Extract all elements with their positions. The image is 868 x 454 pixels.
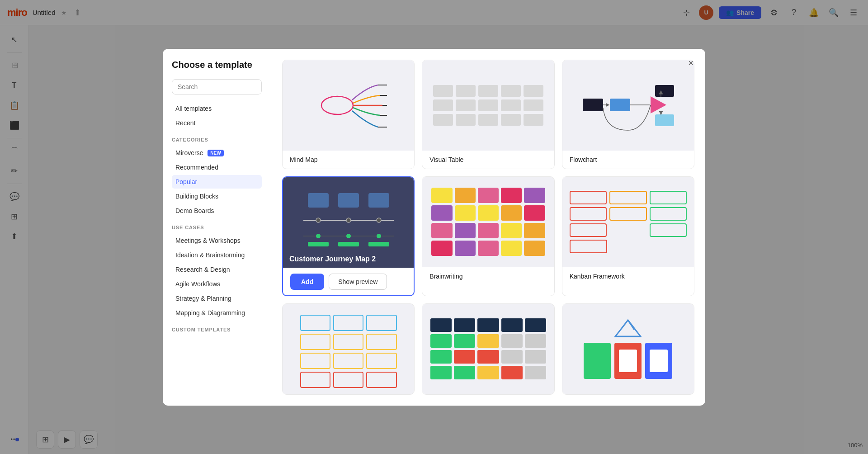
svg-point-0	[321, 96, 353, 114]
use-strategy[interactable]: Strategy & Planning	[172, 292, 262, 305]
modal-content: Mind Map	[271, 49, 705, 406]
svg-rect-9	[655, 85, 674, 97]
template-card-mind-map[interactable]: Mind Map	[282, 60, 415, 169]
modal-title: Choose a template	[172, 60, 262, 70]
template-name-flowchart: Flowchart	[562, 151, 694, 169]
use-research[interactable]: Research & Design	[172, 263, 262, 276]
svg-marker-29	[615, 320, 641, 336]
template-name-kanban: Kanban Framework	[562, 267, 694, 285]
template-name-brainwriting: Brainwriting	[422, 267, 554, 285]
svg-marker-8	[651, 96, 666, 114]
cat-miroverse[interactable]: Miroverse NEW	[172, 146, 262, 160]
template-card-flowchart[interactable]: Flowchart	[562, 60, 694, 169]
template-thumb-atlas	[562, 304, 694, 394]
template-thumb-mind-map	[283, 60, 414, 151]
template-actions-journey: Add Show preview	[283, 268, 414, 295]
template-thumb-customer-journey: Customer Journey Map 2	[283, 177, 414, 268]
preview-button[interactable]: Show preview	[329, 274, 387, 290]
template-card-brainwriting[interactable]: Brainwriting	[422, 176, 554, 296]
nav-all-templates[interactable]: All templates	[172, 102, 262, 115]
modal-body: Choose a template All templates Recent C…	[163, 49, 705, 406]
svg-rect-27	[338, 242, 359, 246]
template-name-mind-map: Mind Map	[283, 151, 414, 169]
template-card-colorgrid[interactable]	[422, 303, 554, 395]
cat-popular[interactable]: Popular	[172, 175, 262, 189]
template-card-visual-table[interactable]: Visual Table	[422, 60, 554, 169]
svg-point-19	[316, 218, 321, 222]
template-thumb-flowchart	[562, 60, 694, 151]
new-badge: NEW	[208, 150, 223, 156]
use-cases-label: USE CASES	[172, 225, 262, 230]
use-meetings[interactable]: Meetings & Workshops	[172, 234, 262, 247]
add-button[interactable]: Add	[290, 274, 324, 290]
modal-close-button[interactable]: ×	[684, 56, 698, 71]
template-thumb-brainwriting	[422, 177, 554, 267]
cat-building-blocks[interactable]: Building Blocks	[172, 189, 262, 203]
template-thumb-kanban	[562, 177, 694, 267]
template-name-visual-table: Visual Table	[422, 151, 554, 169]
modal-overlay: × Choose a template All templates Recent…	[0, 0, 868, 454]
template-thumb-colorgrid	[422, 304, 554, 394]
categories-label: CATEGORIES	[172, 137, 262, 142]
search-input[interactable]	[172, 79, 262, 95]
template-card-kanban[interactable]: Kanban Framework	[562, 176, 694, 296]
template-grid: Mind Map	[282, 60, 694, 395]
use-agile[interactable]: Agile Workflows	[172, 277, 262, 291]
svg-point-20	[346, 218, 351, 222]
cat-recommended[interactable]: Recommended	[172, 161, 262, 174]
nav-recent[interactable]: Recent	[172, 116, 262, 130]
template-card-atlas[interactable]	[562, 303, 694, 395]
template-card-grid1[interactable]	[282, 303, 415, 395]
svg-rect-16	[338, 193, 359, 208]
custom-templates-label: CUSTOM TEMPLATES	[172, 327, 262, 332]
svg-rect-17	[368, 193, 389, 208]
svg-rect-7	[610, 99, 630, 111]
svg-rect-15	[308, 193, 329, 208]
modal-sidebar: Choose a template All templates Recent C…	[163, 49, 271, 406]
svg-point-24	[346, 234, 351, 238]
svg-point-21	[377, 218, 381, 222]
template-thumb-grid1	[283, 304, 414, 394]
journey-overlay-label: Customer Journey Map 2	[283, 251, 414, 268]
use-mapping[interactable]: Mapping & Diagramming	[172, 306, 262, 320]
svg-marker-30	[628, 320, 634, 330]
template-card-customer-journey[interactable]: Customer Journey Map 2 Add Show preview	[282, 176, 415, 296]
svg-rect-28	[368, 242, 389, 246]
svg-point-23	[316, 234, 321, 238]
svg-rect-10	[655, 114, 674, 126]
template-thumb-visual-table	[422, 60, 554, 151]
svg-rect-6	[583, 99, 603, 111]
svg-rect-26	[308, 242, 329, 246]
template-modal: × Choose a template All templates Recent…	[163, 49, 705, 406]
svg-point-25	[377, 234, 381, 238]
use-ideation[interactable]: Ideation & Brainstorming	[172, 248, 262, 262]
cat-demo-boards[interactable]: Demo Boards	[172, 204, 262, 218]
